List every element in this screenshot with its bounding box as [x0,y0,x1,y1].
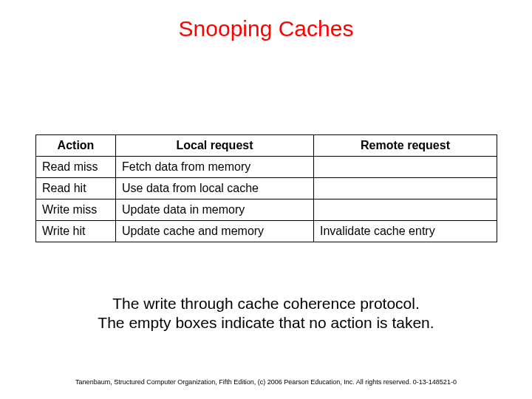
table-row: Read hit Use data from local cache [36,178,497,200]
cell-local: Update data in memory [116,200,314,221]
table-header-row: Action Local request Remote request [36,135,497,157]
cell-remote [314,157,497,178]
cell-remote: Invalidate cache entry [314,221,497,242]
cell-local: Update cache and memory [116,221,314,242]
cell-action: Write miss [36,200,116,221]
slide: Snooping Caches Action Local request Rem… [0,0,532,399]
slide-title: Snooping Caches [0,16,532,41]
header-local: Local request [116,135,314,157]
table-row: Read miss Fetch data from memory [36,157,497,178]
footer-citation: Tanenbaum, Structured Computer Organizat… [0,378,532,386]
table-row: Write hit Update cache and memory Invali… [36,221,497,242]
header-remote: Remote request [314,135,497,157]
protocol-table: Action Local request Remote request Read… [35,134,497,242]
cell-action: Read miss [36,157,116,178]
cell-action: Write hit [36,221,116,242]
cell-local: Fetch data from memory [116,157,314,178]
cell-action: Read hit [36,178,116,200]
caption: The write through cache coherence protoc… [0,294,532,333]
cell-local: Use data from local cache [116,178,314,200]
table: Action Local request Remote request Read… [35,134,497,242]
caption-line-2: The empty boxes indicate that no action … [98,314,434,331]
header-action: Action [36,135,116,157]
cell-remote [314,178,497,200]
table-row: Write miss Update data in memory [36,200,497,221]
cell-remote [314,200,497,221]
caption-line-1: The write through cache coherence protoc… [112,295,420,312]
